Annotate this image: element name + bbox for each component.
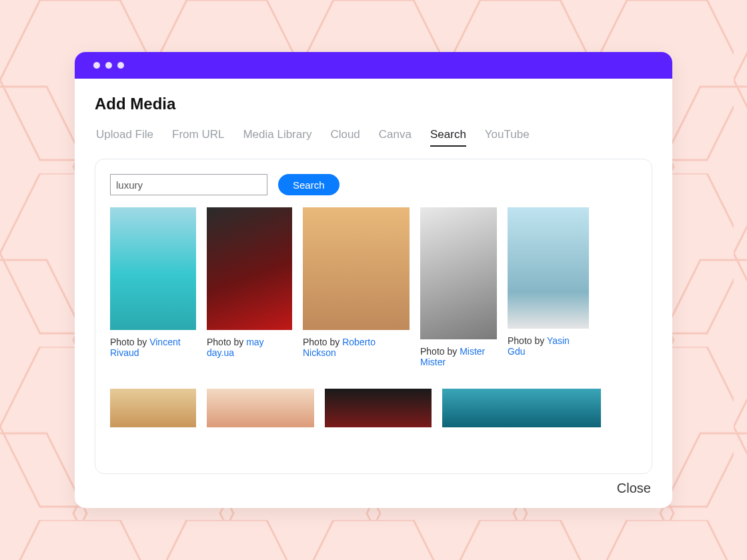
result-item[interactable]: Photo by may day.ua (207, 207, 292, 358)
photo-credit: Photo by may day.ua (207, 337, 292, 358)
result-thumbnail[interactable] (325, 389, 432, 427)
modal-footer: Close (95, 474, 652, 496)
tab-media-library[interactable]: Media Library (243, 128, 311, 147)
search-button[interactable]: Search (278, 174, 339, 195)
result-thumbnail[interactable] (508, 207, 589, 329)
close-button[interactable]: Close (617, 481, 651, 496)
result-item[interactable] (110, 389, 196, 427)
modal-content: Add Media Upload FileFrom URLMedia Libra… (75, 79, 672, 508)
modal-window: Add Media Upload FileFrom URLMedia Libra… (75, 52, 672, 508)
result-thumbnail[interactable] (442, 389, 601, 427)
result-item[interactable]: Photo by Mister Mister (420, 207, 497, 367)
result-thumbnail[interactable] (420, 207, 497, 339)
window-control-dot[interactable] (105, 62, 112, 69)
photo-credit: Photo by Vincent Rivaud (110, 337, 196, 358)
window-control-dot[interactable] (93, 62, 100, 69)
credit-prefix: Photo by (420, 346, 460, 357)
search-panel: Search Photo by Vincent RivaudPhoto by m… (95, 159, 652, 474)
result-thumbnail[interactable] (303, 207, 410, 330)
tab-bar: Upload FileFrom URLMedia LibraryCloudCan… (96, 128, 652, 147)
result-item[interactable]: Photo by Yasin Gdu (508, 207, 589, 357)
titlebar (75, 52, 672, 79)
tab-search[interactable]: Search (430, 128, 466, 147)
tab-youtube[interactable]: YouTube (485, 128, 530, 147)
result-item[interactable] (207, 389, 314, 427)
result-item[interactable]: Photo by Roberto Nickson (303, 207, 410, 358)
credit-prefix: Photo by (110, 337, 149, 347)
result-item[interactable] (442, 389, 601, 427)
result-thumbnail[interactable] (207, 207, 292, 330)
search-input[interactable] (110, 174, 267, 195)
photo-credit: Photo by Yasin Gdu (508, 335, 589, 357)
window-control-dot[interactable] (117, 62, 124, 69)
result-thumbnail[interactable] (110, 207, 196, 330)
search-row: Search (110, 174, 637, 195)
modal-title: Add Media (95, 95, 652, 113)
photo-credit: Photo by Roberto Nickson (303, 337, 410, 358)
result-thumbnail[interactable] (207, 389, 314, 427)
tab-from-url[interactable]: From URL (172, 128, 224, 147)
result-item[interactable]: Photo by Vincent Rivaud (110, 207, 196, 358)
results-grid: Photo by Vincent RivaudPhoto by may day.… (110, 207, 637, 427)
photo-credit: Photo by Mister Mister (420, 346, 497, 367)
credit-prefix: Photo by (303, 337, 342, 347)
tab-cloud[interactable]: Cloud (330, 128, 359, 147)
credit-prefix: Photo by (508, 335, 547, 346)
credit-prefix: Photo by (207, 337, 246, 347)
tab-canva[interactable]: Canva (379, 128, 412, 147)
result-thumbnail[interactable] (110, 389, 196, 427)
tab-upload-file[interactable]: Upload File (96, 128, 153, 147)
result-item[interactable] (325, 389, 432, 427)
